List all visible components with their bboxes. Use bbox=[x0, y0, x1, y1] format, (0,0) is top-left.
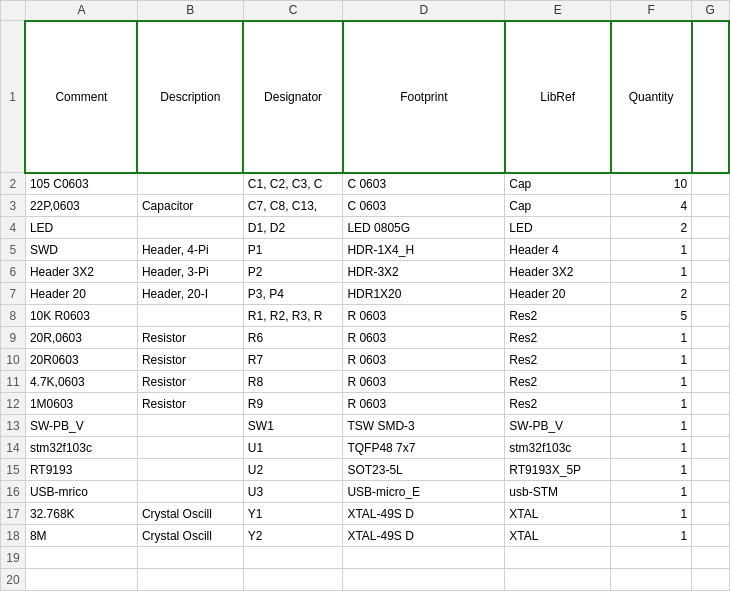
cell-designator-8[interactable]: R1, R2, R3, R bbox=[243, 305, 343, 327]
cell-footprint-14[interactable]: TQFP48 7x7 bbox=[343, 437, 505, 459]
cell-quantity-5[interactable]: 1 bbox=[611, 239, 692, 261]
cell-description-7[interactable]: Header, 20-I bbox=[137, 283, 243, 305]
cell-description-9[interactable]: Resistor bbox=[137, 327, 243, 349]
cell-quantity-13[interactable]: 1 bbox=[611, 415, 692, 437]
cell-designator-11[interactable]: R8 bbox=[243, 371, 343, 393]
cell-designator-4[interactable]: D1, D2 bbox=[243, 217, 343, 239]
cell-libref-13[interactable]: SW-PB_V bbox=[505, 415, 611, 437]
cell-footprint-3[interactable]: C 0603 bbox=[343, 195, 505, 217]
cell-designator-2[interactable]: C1, C2, C3, C bbox=[243, 173, 343, 195]
cell-description-12[interactable]: Resistor bbox=[137, 393, 243, 415]
cell-footprint-9[interactable]: R 0603 bbox=[343, 327, 505, 349]
cell-quantity-16[interactable]: 1 bbox=[611, 481, 692, 503]
cell-footprint-5[interactable]: HDR-1X4_H bbox=[343, 239, 505, 261]
cell-comment-5[interactable]: SWD bbox=[25, 239, 137, 261]
cell-designator-7[interactable]: P3, P4 bbox=[243, 283, 343, 305]
col-header-c[interactable]: C bbox=[243, 1, 343, 21]
cell-footprint-17[interactable]: XTAL-49S D bbox=[343, 503, 505, 525]
cell-footprint-6[interactable]: HDR-3X2 bbox=[343, 261, 505, 283]
cell-quantity-17[interactable]: 1 bbox=[611, 503, 692, 525]
cell-quantity-2[interactable]: 10 bbox=[611, 173, 692, 195]
cell-footprint-16[interactable]: USB-micro_E bbox=[343, 481, 505, 503]
cell-quantity-18[interactable]: 1 bbox=[611, 525, 692, 547]
cell-description-17[interactable]: Crystal Oscill bbox=[137, 503, 243, 525]
cell-description-20[interactable] bbox=[137, 569, 243, 591]
cell-comment-1[interactable]: Comment bbox=[25, 21, 137, 173]
col-header-g[interactable]: G bbox=[692, 1, 729, 21]
cell-quantity-3[interactable]: 4 bbox=[611, 195, 692, 217]
cell-description-8[interactable] bbox=[137, 305, 243, 327]
cell-designator-3[interactable]: C7, C8, C13, bbox=[243, 195, 343, 217]
cell-quantity-14[interactable]: 1 bbox=[611, 437, 692, 459]
cell-comment-14[interactable]: stm32f103c bbox=[25, 437, 137, 459]
cell-comment-3[interactable]: 22P,0603 bbox=[25, 195, 137, 217]
cell-quantity-20[interactable] bbox=[611, 569, 692, 591]
col-header-b[interactable]: B bbox=[137, 1, 243, 21]
cell-description-19[interactable] bbox=[137, 547, 243, 569]
cell-description-5[interactable]: Header, 4-Pi bbox=[137, 239, 243, 261]
cell-footprint-12[interactable]: R 0603 bbox=[343, 393, 505, 415]
cell-description-15[interactable] bbox=[137, 459, 243, 481]
cell-footprint-13[interactable]: TSW SMD-3 bbox=[343, 415, 505, 437]
cell-quantity-8[interactable]: 5 bbox=[611, 305, 692, 327]
cell-footprint-7[interactable]: HDR1X20 bbox=[343, 283, 505, 305]
cell-libref-9[interactable]: Res2 bbox=[505, 327, 611, 349]
col-header-d[interactable]: D bbox=[343, 1, 505, 21]
cell-designator-19[interactable] bbox=[243, 547, 343, 569]
cell-comment-11[interactable]: 4.7K,0603 bbox=[25, 371, 137, 393]
cell-designator-5[interactable]: P1 bbox=[243, 239, 343, 261]
cell-footprint-4[interactable]: LED 0805G bbox=[343, 217, 505, 239]
cell-description-4[interactable] bbox=[137, 217, 243, 239]
cell-comment-12[interactable]: 1M0603 bbox=[25, 393, 137, 415]
cell-description-18[interactable]: Crystal Oscill bbox=[137, 525, 243, 547]
cell-description-14[interactable] bbox=[137, 437, 243, 459]
cell-designator-14[interactable]: U1 bbox=[243, 437, 343, 459]
cell-libref-8[interactable]: Res2 bbox=[505, 305, 611, 327]
cell-quantity-7[interactable]: 2 bbox=[611, 283, 692, 305]
cell-footprint-19[interactable] bbox=[343, 547, 505, 569]
cell-description-1[interactable]: Description bbox=[137, 21, 243, 173]
cell-description-11[interactable]: Resistor bbox=[137, 371, 243, 393]
cell-quantity-9[interactable]: 1 bbox=[611, 327, 692, 349]
cell-quantity-4[interactable]: 2 bbox=[611, 217, 692, 239]
cell-comment-18[interactable]: 8M bbox=[25, 525, 137, 547]
cell-comment-13[interactable]: SW-PB_V bbox=[25, 415, 137, 437]
cell-libref-14[interactable]: stm32f103c bbox=[505, 437, 611, 459]
cell-comment-6[interactable]: Header 3X2 bbox=[25, 261, 137, 283]
cell-designator-10[interactable]: R7 bbox=[243, 349, 343, 371]
cell-designator-9[interactable]: R6 bbox=[243, 327, 343, 349]
cell-quantity-1[interactable]: Quantity bbox=[611, 21, 692, 173]
cell-description-13[interactable] bbox=[137, 415, 243, 437]
cell-libref-12[interactable]: Res2 bbox=[505, 393, 611, 415]
cell-footprint-11[interactable]: R 0603 bbox=[343, 371, 505, 393]
cell-designator-1[interactable]: Designator bbox=[243, 21, 343, 173]
cell-designator-12[interactable]: R9 bbox=[243, 393, 343, 415]
cell-libref-10[interactable]: Res2 bbox=[505, 349, 611, 371]
cell-designator-18[interactable]: Y2 bbox=[243, 525, 343, 547]
col-header-a[interactable]: A bbox=[25, 1, 137, 21]
cell-libref-20[interactable] bbox=[505, 569, 611, 591]
cell-comment-8[interactable]: 10K R0603 bbox=[25, 305, 137, 327]
cell-footprint-10[interactable]: R 0603 bbox=[343, 349, 505, 371]
cell-quantity-10[interactable]: 1 bbox=[611, 349, 692, 371]
cell-description-2[interactable] bbox=[137, 173, 243, 195]
cell-comment-17[interactable]: 32.768K bbox=[25, 503, 137, 525]
cell-comment-9[interactable]: 20R,0603 bbox=[25, 327, 137, 349]
col-header-e[interactable]: E bbox=[505, 1, 611, 21]
cell-libref-18[interactable]: XTAL bbox=[505, 525, 611, 547]
cell-libref-2[interactable]: Cap bbox=[505, 173, 611, 195]
cell-libref-11[interactable]: Res2 bbox=[505, 371, 611, 393]
cell-libref-15[interactable]: RT9193X_5P bbox=[505, 459, 611, 481]
cell-designator-20[interactable] bbox=[243, 569, 343, 591]
cell-libref-3[interactable]: Cap bbox=[505, 195, 611, 217]
cell-comment-10[interactable]: 20R0603 bbox=[25, 349, 137, 371]
cell-libref-6[interactable]: Header 3X2 bbox=[505, 261, 611, 283]
cell-description-6[interactable]: Header, 3-Pi bbox=[137, 261, 243, 283]
cell-description-16[interactable] bbox=[137, 481, 243, 503]
cell-libref-4[interactable]: LED bbox=[505, 217, 611, 239]
cell-footprint-8[interactable]: R 0603 bbox=[343, 305, 505, 327]
cell-footprint-20[interactable] bbox=[343, 569, 505, 591]
cell-quantity-12[interactable]: 1 bbox=[611, 393, 692, 415]
cell-footprint-2[interactable]: C 0603 bbox=[343, 173, 505, 195]
cell-designator-17[interactable]: Y1 bbox=[243, 503, 343, 525]
